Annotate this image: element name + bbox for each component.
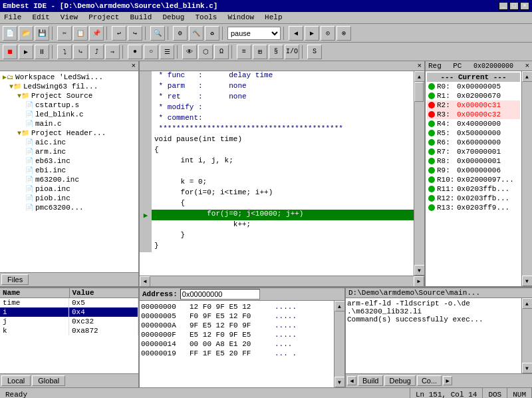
separator-1 (52, 27, 55, 40)
io-button[interactable]: I/O (285, 45, 299, 59)
reg-scroll-up[interactable]: ▲ (522, 71, 533, 82)
undo-button[interactable]: ↩ (112, 26, 126, 41)
cut-button[interactable]: ✂ (57, 26, 72, 41)
project-label: LedSwing63 fil... (23, 83, 98, 91)
file-pioa[interactable]: 📄 pioa.inc (1, 184, 137, 194)
files-tab[interactable]: Files (1, 274, 29, 285)
project-headers-folder[interactable]: ▼📁 Project Header... (1, 128, 137, 138)
paste-button[interactable]: 📌 (89, 26, 104, 41)
file-ebi[interactable]: 📄 ebi.inc (1, 166, 137, 175)
var-row-i[interactable]: i 0x4 (0, 307, 138, 317)
tb-btn-c[interactable]: ⊙ (321, 26, 335, 41)
mem-addr-input[interactable] (180, 289, 260, 299)
console-tab-scroll-right[interactable]: ▶ (443, 376, 452, 385)
menu-build[interactable]: Build (128, 13, 153, 22)
compile-button[interactable]: ⚙ (173, 26, 188, 41)
menu-view[interactable]: View (59, 13, 79, 22)
file-m63200[interactable]: 📄 m63200.inc (1, 175, 137, 184)
mem-addr-1: 00000005 (141, 312, 184, 320)
bp-clear-button[interactable]: ○ (144, 45, 158, 59)
disasm-button[interactable]: ≡ (237, 45, 251, 59)
tb-btn-d[interactable]: ⊗ (336, 26, 351, 41)
mem-scroll-down[interactable]: ▼ (334, 377, 345, 387)
close-button[interactable]: × (520, 2, 529, 10)
bp-list-button[interactable]: ☰ (160, 45, 174, 59)
reg-scroll-down[interactable]: ▼ (522, 276, 533, 286)
scroll-down-btn[interactable]: ▼ (414, 265, 425, 276)
step-into-button[interactable]: ⤵ (57, 45, 72, 59)
minimize-button[interactable]: _ (499, 2, 508, 10)
redo-button[interactable]: ↪ (128, 26, 142, 41)
reg-panel-close[interactable]: × (525, 62, 529, 70)
file-main[interactable]: 📄 main.c (1, 119, 137, 128)
file-aic[interactable]: 📄 aic.inc (1, 138, 137, 147)
rebuild-button[interactable]: ♻ (205, 26, 219, 41)
co-tab[interactable]: Co... (417, 375, 442, 386)
step-out-button[interactable]: ⤴ (89, 45, 104, 59)
var-value-k: 0xa872 (69, 326, 138, 335)
file-piob[interactable]: 📄 piob.inc (1, 194, 137, 203)
new-button[interactable]: 📄 (3, 26, 17, 41)
project-source-folder[interactable]: ▼📁 Project Source (1, 91, 137, 100)
save-button[interactable]: 💾 (35, 26, 49, 41)
project-root[interactable]: ▼📁 LedSwing63 fil... (1, 82, 137, 91)
file-pmc63200[interactable]: 📄 pmc63200... (1, 203, 137, 212)
code-content[interactable]: * func : delay time * parm : none * ret … (140, 71, 414, 276)
pause-button[interactable]: ⏸ (35, 45, 49, 59)
menu-file[interactable]: File (3, 13, 23, 22)
tb-btn-b[interactable]: ▶ (305, 26, 319, 41)
code-line-17: } (140, 242, 414, 252)
stop-button[interactable]: ⏹ (3, 45, 17, 59)
mem-button[interactable]: ⬡ (198, 45, 213, 59)
console-scroll-down[interactable]: ▼ (522, 363, 533, 373)
mem-scrollbar-v[interactable]: ▲ ▼ (334, 301, 344, 387)
copy-button[interactable]: 📋 (73, 26, 88, 41)
step-over-button[interactable]: ⤷ (73, 45, 88, 59)
build-button[interactable]: 🔨 (189, 26, 203, 41)
script-button[interactable]: S (307, 45, 322, 59)
console-tab-scroll-left[interactable]: ◀ (347, 376, 356, 385)
reg-button[interactable]: Ω (214, 45, 229, 59)
open-button[interactable]: 📂 (19, 26, 33, 41)
build-tab[interactable]: Build (358, 375, 383, 386)
var-row-k[interactable]: k 0xa872 (0, 326, 138, 335)
console-scrollbar-v[interactable]: ▲ ▼ (521, 298, 532, 373)
file-cstartup[interactable]: 📄 cstartup.s (1, 100, 137, 110)
mem-scroll-up[interactable]: ▲ (334, 301, 345, 311)
scroll-thumb[interactable] (414, 82, 424, 102)
menu-help[interactable]: Help (263, 13, 283, 22)
menu-edit[interactable]: Edit (31, 13, 51, 22)
maximize-button[interactable]: □ (509, 2, 519, 10)
local-tab[interactable]: Local (1, 375, 31, 386)
workspace-root[interactable]: ▶🗂 Workspace 'LedSwi... (1, 73, 137, 82)
tb-btn-a[interactable]: ◀ (289, 26, 303, 41)
run-cursor-button[interactable]: ⇒ (105, 45, 120, 59)
code-scrollbar-h[interactable]: ◀ ▶ (140, 276, 424, 286)
stack-button[interactable]: ⊞ (253, 45, 267, 59)
file-led-blink[interactable]: 📄 led_blink.c (1, 110, 137, 119)
file-arm[interactable]: 📄 arm.inc (1, 147, 137, 156)
bp-toggle-button[interactable]: ● (128, 45, 142, 59)
target-combo[interactable]: pause (227, 27, 281, 40)
menu-tools[interactable]: Tools (194, 13, 218, 22)
reg-scrollbar-v[interactable]: ▲ ▼ (521, 71, 532, 286)
var-row-j[interactable]: j 0xc32 (0, 317, 138, 326)
menu-debug[interactable]: Debug (161, 13, 186, 22)
find-button[interactable]: 🔍 (150, 26, 165, 41)
console-scroll-up[interactable]: ▲ (522, 298, 533, 309)
menu-project[interactable]: Project (87, 13, 120, 22)
global-tab[interactable]: Global (32, 375, 65, 386)
scroll-left-btn[interactable]: ◀ (140, 276, 150, 287)
scroll-up-btn[interactable]: ▲ (414, 71, 425, 82)
code-scrollbar-v[interactable]: ▲ ▼ (414, 71, 424, 276)
code-panel-close[interactable]: × (417, 62, 422, 70)
menu-window[interactable]: Window (226, 13, 255, 22)
var-row-time[interactable]: time 0x5 (0, 298, 138, 307)
symbol-button[interactable]: § (269, 45, 283, 59)
debug-tab[interactable]: Debug (384, 375, 415, 386)
file-eb63[interactable]: 📄 eb63.inc (1, 156, 137, 166)
panel-close-icon[interactable]: × (131, 62, 136, 70)
run-button[interactable]: ▶ (19, 45, 33, 59)
scroll-right-btn[interactable]: ▶ (414, 276, 424, 287)
watch-button[interactable]: 👁 (182, 45, 197, 59)
